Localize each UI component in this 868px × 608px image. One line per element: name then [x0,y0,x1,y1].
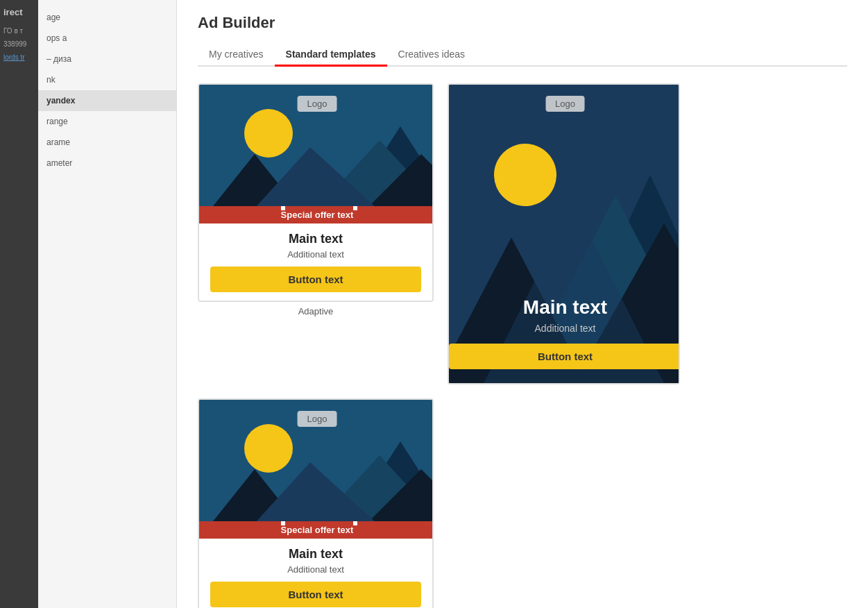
left-panel-item-arame[interactable]: arame [38,132,176,153]
tpl-1-logo: Logo [298,96,337,112]
page-title: Ad Builder [198,14,847,32]
tpl-2-logo: Logo [545,96,585,112]
svg-point-15 [244,424,293,473]
svg-point-8 [494,144,556,206]
tpl-1-button[interactable]: Button text [210,267,421,292]
tpl-1-additional-text: Additional text [210,249,421,260]
template-1[interactable]: Logo Special offer text Main text Additi… [198,83,434,302]
tpl-3-button[interactable]: Button text [210,582,421,607]
tpl-1-text-area: Main text Additional text Button text [199,223,432,301]
left-panel-item-design[interactable]: – диза [38,49,176,69]
left-panel-item-yandex[interactable]: yandex [38,90,176,111]
left-panel-item-range[interactable]: range [38,111,176,132]
tpl-1-special-offer: Special offer text [199,206,434,223]
left-panel-item-age[interactable]: age [38,7,176,28]
tpl-3-additional-text: Additional text [210,564,421,575]
template-2[interactable]: Logo Main text Additional text Button te… [448,83,680,385]
template-card-full-dark[interactable]: Logo Main text Additional text Button te… [448,83,680,385]
sidebar: irect ГО в т 338999 lords tr [0,0,38,608]
tab-my-creatives[interactable]: My creatives [198,43,275,65]
template-3[interactable]: Logo Special offer text Main text Additi… [198,398,434,608]
left-panel: age ops a – диза nk yandex range arame a… [38,0,177,608]
tpl-3-main-text: Main text [210,547,421,561]
tab-creatives-ideas[interactable]: Creatives ideas [387,43,477,65]
sidebar-item-3[interactable]: lords tr [0,51,38,64]
tpl-1-image: Logo Special offer text [199,85,434,223]
sidebar-item-1: ГО в т [0,24,38,37]
left-panel-item-ops[interactable]: ops a [38,28,176,49]
tabs: My creatives Standard templates Creative… [198,43,847,67]
tpl-2-additional-text: Additional text [449,323,680,334]
left-panel-item-ameter[interactable]: ameter [38,153,176,174]
template-card-adaptive[interactable]: Logo Special offer text Main text Additi… [198,83,434,385]
left-panel-item-nk[interactable]: nk [38,69,176,90]
tpl-3-special-offer: Special offer text [199,521,434,539]
template-card-special-offer[interactable]: Logo Special offer text Main text Additi… [198,398,434,608]
tpl-3-text-area: Main text Additional text Button text [199,539,432,608]
sidebar-brand: irect [0,0,38,24]
sidebar-item-2: 338999 [0,37,38,51]
tpl-3-image: Logo Special offer text [199,400,434,539]
tpl-2-image: Logo Main text Additional text Button te… [449,85,680,383]
tpl-2-text-overlay: Main text Additional text Button text [449,296,680,369]
tpl-3-logo: Logo [298,411,337,427]
templates-row-1: Logo Special offer text Main text Additi… [198,83,847,608]
tab-standard-templates[interactable]: Standard templates [275,43,387,65]
tpl-2-main-text: Main text [449,296,680,319]
tpl-1-label: Adaptive [298,306,334,316]
tpl-2-button[interactable]: Button text [449,344,680,369]
main-content: Ad Builder My creatives Standard templat… [177,0,868,608]
tpl-1-main-text: Main text [210,232,421,246]
svg-point-1 [244,109,293,158]
